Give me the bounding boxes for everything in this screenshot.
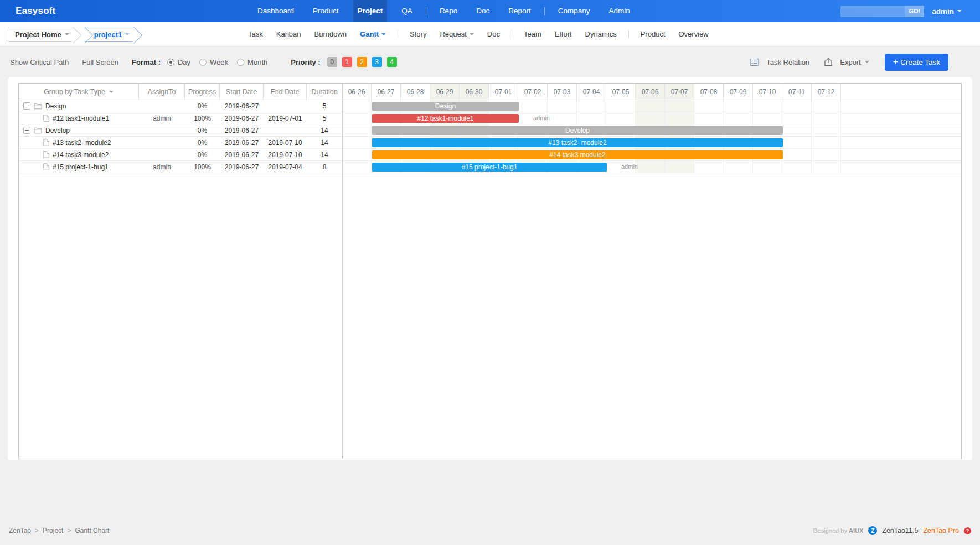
group-name[interactable]: Design bbox=[45, 102, 66, 110]
gantt-day-cell bbox=[753, 161, 782, 173]
gantt-day-cell bbox=[694, 100, 724, 112]
cell-name: Design bbox=[19, 100, 139, 112]
zentao-logo-icon[interactable] bbox=[868, 526, 877, 535]
group-name[interactable]: Develop bbox=[45, 127, 70, 134]
footer-link-zentao[interactable]: ZenTao bbox=[9, 527, 31, 534]
tab-product[interactable]: Product bbox=[634, 30, 672, 38]
nav-item-company[interactable]: Company bbox=[554, 0, 595, 22]
task-relation-icon bbox=[750, 58, 759, 66]
priority-badge-4[interactable]: 4 bbox=[387, 57, 397, 67]
tab-separator bbox=[398, 30, 398, 38]
gantt-day-cell bbox=[694, 112, 724, 124]
user-menu[interactable]: admin bbox=[932, 7, 962, 15]
cell-duration: 14 bbox=[307, 149, 342, 160]
tab-doc[interactable]: Doc bbox=[481, 30, 507, 38]
format-option-label: Day bbox=[178, 58, 190, 66]
tab-request[interactable]: Request bbox=[433, 30, 480, 38]
gantt-day-cell bbox=[342, 137, 372, 148]
cell-progress: 100% bbox=[185, 161, 220, 173]
column-header-label: Start Date bbox=[226, 88, 257, 96]
search-go-button[interactable]: GO! bbox=[905, 6, 924, 17]
help-icon[interactable] bbox=[964, 527, 971, 534]
tab-overview[interactable]: Overview bbox=[672, 30, 715, 38]
export-button[interactable]: Export bbox=[824, 58, 869, 66]
tab-gantt[interactable]: Gantt bbox=[353, 30, 393, 38]
task-row: #15 project-1-bug1admin100%2019-06-27201… bbox=[19, 161, 961, 173]
brand-logo[interactable]: Easysoft bbox=[16, 0, 55, 22]
gantt-bar-13-task2-module2[interactable]: #13 task2- module2 bbox=[372, 138, 783, 147]
format-option-day[interactable]: Day bbox=[167, 58, 190, 66]
breadcrumb-project1[interactable]: project1 bbox=[85, 27, 135, 42]
gantt-day-cell bbox=[782, 100, 812, 112]
priority-badge-3[interactable]: 3 bbox=[372, 57, 382, 67]
tab-label: Team bbox=[524, 30, 541, 38]
bar-assignee-label: admin bbox=[621, 163, 638, 170]
export-icon bbox=[824, 58, 833, 66]
tab-team[interactable]: Team bbox=[517, 30, 548, 38]
search-input[interactable] bbox=[840, 6, 905, 17]
column-header-label: Group by Task Type bbox=[44, 88, 105, 96]
tab-burndown[interactable]: Burndown bbox=[308, 30, 354, 38]
cell-progress: 0% bbox=[185, 124, 220, 136]
create-task-button[interactable]: Create Task bbox=[885, 54, 948, 71]
gantt-bar-design[interactable]: Design bbox=[372, 102, 519, 111]
nav-item-project[interactable]: Project bbox=[353, 0, 388, 22]
nav-item-admin[interactable]: Admin bbox=[604, 0, 634, 22]
format-option-month[interactable]: Month bbox=[237, 58, 267, 66]
radio-unchecked-icon bbox=[237, 59, 244, 66]
full-screen-link[interactable]: Full Screen bbox=[82, 58, 118, 66]
nav-item-product[interactable]: Product bbox=[308, 0, 343, 22]
export-label: Export bbox=[840, 58, 861, 66]
version-label[interactable]: ZenTao11.5 bbox=[882, 527, 918, 534]
tab-kanban[interactable]: Kanban bbox=[270, 30, 308, 38]
priority-badge-2[interactable]: 2 bbox=[357, 57, 367, 67]
nav-item-qa[interactable]: QA bbox=[397, 0, 417, 22]
gantt-bar-14-task3-module2[interactable]: #14 task3 module2 bbox=[372, 150, 783, 159]
task-row: #12 task1-module1admin100%2019-06-272019… bbox=[19, 112, 961, 124]
gantt-day-cell bbox=[782, 149, 812, 160]
gantt-bar-develop[interactable]: Develop bbox=[372, 126, 783, 135]
tab-dynamics[interactable]: Dynamics bbox=[579, 30, 623, 38]
date-column-header: 07-12 bbox=[812, 84, 841, 100]
task-name[interactable]: #13 task2- module2 bbox=[53, 139, 111, 147]
cell-startdate: 2019-06-27 bbox=[220, 137, 264, 148]
column-header-group-by-task-type[interactable]: Group by Task Type bbox=[19, 84, 139, 100]
gantt-bar-12-task1-module1[interactable]: #12 task1-module1 bbox=[372, 114, 519, 123]
task-relation-button[interactable]: Task Relation bbox=[750, 58, 809, 66]
task-name[interactable]: #14 task3 module2 bbox=[53, 151, 109, 159]
date-column-header: 07-09 bbox=[724, 84, 753, 100]
column-header-label: Progress bbox=[188, 88, 216, 96]
cell-duration: 14 bbox=[307, 124, 342, 136]
gantt-day-cell bbox=[636, 112, 665, 124]
nav-item-doc[interactable]: Doc bbox=[472, 0, 494, 22]
collapse-icon[interactable] bbox=[23, 102, 30, 110]
tab-effort[interactable]: Effort bbox=[548, 30, 579, 38]
gantt-day-cell bbox=[342, 112, 372, 124]
tab-task[interactable]: Task bbox=[241, 30, 270, 38]
gantt-day-cell bbox=[342, 124, 372, 136]
task-name[interactable]: #12 task1-module1 bbox=[53, 115, 109, 122]
footer-link-gantt-chart[interactable]: Gantt Chart bbox=[75, 527, 109, 534]
date-column-header: 07-10 bbox=[753, 84, 782, 100]
gantt-day-cell bbox=[782, 137, 812, 148]
gantt-bar-15-project-1-bug1[interactable]: #15 project-1-bug1 bbox=[372, 163, 607, 172]
collapse-icon[interactable] bbox=[23, 127, 30, 134]
cell-name: #15 project-1-bug1 bbox=[19, 161, 139, 173]
task-name[interactable]: #15 project-1-bug1 bbox=[53, 163, 109, 171]
tab-story[interactable]: Story bbox=[403, 30, 433, 38]
nav-item-dashboard[interactable]: Dashboard bbox=[253, 0, 298, 22]
nav-item-report[interactable]: Report bbox=[504, 0, 535, 22]
show-critical-path-link[interactable]: Show Critical Path bbox=[10, 58, 69, 66]
format-label: Format : bbox=[132, 58, 161, 66]
zentao-pro-link[interactable]: ZenTao Pro bbox=[923, 527, 959, 534]
gantt-day-cell bbox=[694, 161, 724, 173]
chevron-down-icon bbox=[865, 61, 869, 63]
format-option-week[interactable]: Week bbox=[199, 58, 228, 66]
designed-by-brand[interactable]: AIUX bbox=[849, 527, 863, 534]
breadcrumb-project-home[interactable]: Project Home bbox=[8, 27, 74, 42]
nav-item-repo[interactable]: Repo bbox=[435, 0, 462, 22]
footer-link-project[interactable]: Project bbox=[43, 527, 63, 534]
priority-badge-0[interactable]: 0 bbox=[327, 57, 337, 67]
cell-enddate: 2019-07-01 bbox=[264, 112, 307, 124]
priority-badge-1[interactable]: 1 bbox=[342, 57, 352, 67]
